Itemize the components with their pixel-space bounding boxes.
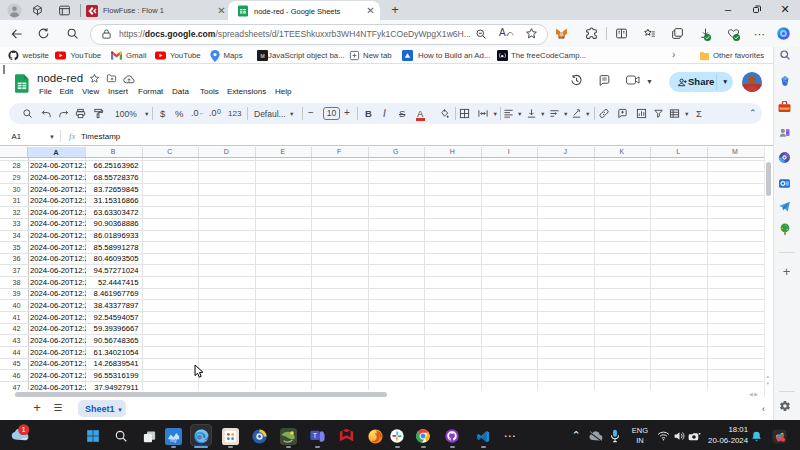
svg-text:T: T xyxy=(313,431,317,438)
svg-text:my: my xyxy=(170,438,177,443)
svg-text:1: 1 xyxy=(22,425,26,434)
svg-text:M: M xyxy=(260,53,264,59)
